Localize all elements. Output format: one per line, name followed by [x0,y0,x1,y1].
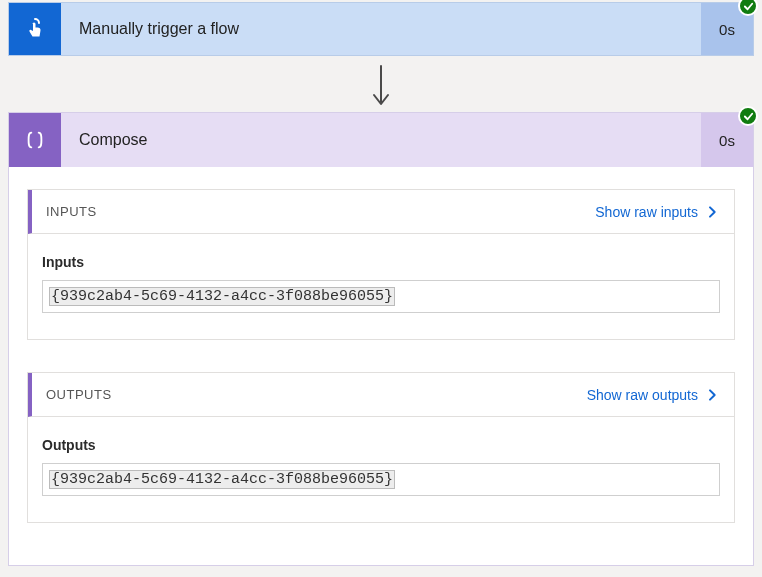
compose-body: INPUTS Show raw inputs Inputs {939c2ab4-… [9,167,753,565]
touch-icon [9,3,61,55]
show-raw-outputs-link[interactable]: Show raw outputs [587,387,720,403]
chevron-right-icon [704,387,720,403]
inputs-body: Inputs {939c2ab4-5c69-4132-a4cc-3f088be9… [28,234,734,339]
success-badge-icon [738,0,758,16]
outputs-section: OUTPUTS Show raw outputs Outputs {939c2a… [27,372,735,523]
compose-header[interactable]: Compose 0s [9,113,753,167]
compose-icon [9,113,61,167]
outputs-body: Outputs {939c2ab4-5c69-4132-a4cc-3f088be… [28,417,734,522]
connector-arrow-icon [0,64,762,108]
outputs-header-title: OUTPUTS [46,387,112,402]
trigger-card[interactable]: Manually trigger a flow 0s [8,2,754,56]
chevron-right-icon [704,204,720,220]
compose-card: Compose 0s INPUTS Show raw inputs Inputs… [8,112,754,566]
inputs-section: INPUTS Show raw inputs Inputs {939c2ab4-… [27,189,735,340]
show-raw-inputs-link[interactable]: Show raw inputs [595,204,720,220]
inputs-header: INPUTS Show raw inputs [28,190,734,234]
show-raw-outputs-label: Show raw outputs [587,387,698,403]
compose-title: Compose [61,113,701,167]
show-raw-inputs-label: Show raw inputs [595,204,698,220]
inputs-field-label: Inputs [42,254,720,270]
outputs-header: OUTPUTS Show raw outputs [28,373,734,417]
trigger-title: Manually trigger a flow [61,3,701,55]
outputs-field-value[interactable]: {939c2ab4-5c69-4132-a4cc-3f088be96055} [42,463,720,496]
inputs-field-value[interactable]: {939c2ab4-5c69-4132-a4cc-3f088be96055} [42,280,720,313]
outputs-field-label: Outputs [42,437,720,453]
success-badge-icon [738,106,758,126]
inputs-header-title: INPUTS [46,204,97,219]
